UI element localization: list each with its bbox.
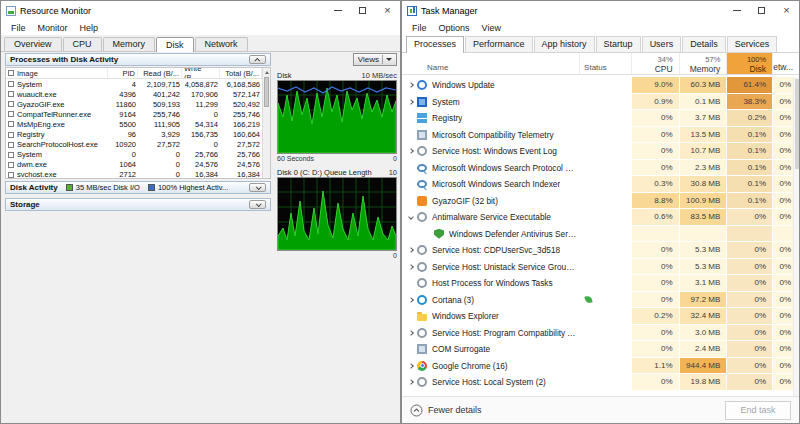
table-row[interactable]: System0025,76625,766 [6, 150, 262, 160]
row-checkbox[interactable] [8, 152, 14, 158]
close-button[interactable]: × [774, 1, 799, 20]
table-row[interactable]: CompatTelRunner.exe9164255,7460255,746 [6, 109, 262, 119]
tab-processes[interactable]: Processes [406, 36, 464, 53]
tab-memory[interactable]: Memory [103, 37, 156, 51]
task-row[interactable]: Microsoft Compatibility Telemetry0%13.5 … [402, 127, 799, 144]
menu-item-view[interactable]: View [476, 23, 507, 33]
task-row[interactable]: Windows Explorer0.2%32.4 MB0%0% [402, 308, 799, 325]
tab-performance[interactable]: Performance [465, 36, 533, 52]
task-row[interactable]: Google Chrome (16)1.1%944.4 MB0%0% [402, 358, 799, 375]
processes-section-header[interactable]: Processes with Disk Activity [5, 53, 271, 66]
tab-overview[interactable]: Overview [4, 37, 62, 51]
task-row[interactable]: Service Host: Program Compatibility Assi… [402, 325, 799, 342]
task-row[interactable]: Service Host: Windows Event Log0%10.7 MB… [402, 143, 799, 160]
menu-item-file[interactable]: File [5, 23, 32, 33]
tab-users[interactable]: Users [642, 36, 682, 52]
menu-item-monitor[interactable]: Monitor [32, 23, 74, 33]
task-row[interactable]: Antimalware Service Executable0.6%83.5 M… [402, 209, 799, 226]
task-row[interactable]: Host Process for Windows Tasks0%3.1 MB0%… [402, 275, 799, 292]
expand-right-icon[interactable] [405, 298, 416, 302]
table-row[interactable]: Registry963,929156,735160,664 [6, 129, 262, 139]
task-row[interactable]: GyazoGIF (32 bit)8.8%100.9 MB0.1%0% [402, 193, 799, 210]
table-row[interactable]: System42,109,7154,058,8726,168,586 [6, 79, 262, 89]
column-header-network[interactable]: Netw... [772, 53, 799, 74]
task-row[interactable]: Cortana (3)0%97.2 MB0%0% [402, 292, 799, 309]
end-task-button[interactable]: End task [725, 401, 791, 420]
expand-right-icon[interactable] [405, 248, 416, 252]
menu-item-help[interactable]: Help [74, 23, 105, 33]
minimize-button[interactable] [325, 1, 350, 20]
column-header-memory[interactable]: 57% Memory [679, 53, 727, 74]
column-header-image[interactable]: Image [6, 68, 108, 78]
minimize-button[interactable] [724, 1, 749, 20]
views-button[interactable]: Views [353, 53, 397, 66]
row-checkbox[interactable] [8, 142, 14, 148]
expand-right-icon[interactable] [405, 380, 416, 384]
disk-activity-section-header[interactable]: Disk Activity 35 MB/sec Disk I/O100% Hig… [5, 181, 271, 194]
expand-right-icon[interactable] [405, 149, 416, 153]
expand-right-icon[interactable] [405, 83, 416, 87]
close-button[interactable]: × [375, 1, 400, 20]
task-row[interactable]: Registry0%3.7 MB0.2%0% [402, 110, 799, 127]
collapse-button[interactable] [249, 183, 266, 192]
fewer-details-toggle[interactable]: Fewer details [410, 404, 482, 417]
row-checkbox[interactable] [8, 162, 14, 168]
expand-right-icon[interactable] [405, 265, 416, 269]
row-checkbox[interactable] [8, 91, 14, 97]
titlebar[interactable]: Task Manager × [402, 1, 799, 20]
tab-disk[interactable]: Disk [156, 37, 194, 52]
table-row[interactable]: wuauclt.exe4396401,242170,906572,147 [6, 89, 262, 99]
column-header-disk[interactable]: 100% Disk [726, 53, 772, 74]
tab-services[interactable]: Services [727, 36, 778, 52]
task-row[interactable]: COM Surrogate0%2.4 MB0%0% [402, 341, 799, 358]
row-checkbox[interactable] [8, 121, 14, 127]
tab-cpu[interactable]: CPU [63, 37, 102, 51]
scroll-up-icon[interactable] [263, 68, 270, 76]
table-row[interactable]: GyazoGIF.exe11860509,19311,299520,492 [6, 99, 262, 109]
row-checkbox[interactable] [8, 132, 14, 138]
select-all-checkbox[interactable] [8, 70, 14, 76]
task-row[interactable]: Microsoft Windows Search Protocol Host0%… [402, 160, 799, 177]
scrollbar[interactable] [262, 68, 270, 178]
maximize-button[interactable] [749, 1, 774, 20]
task-row[interactable]: Windows Update9.0%60.3 MB61.4%0% [402, 77, 799, 94]
column-header-name[interactable]: Name [402, 53, 579, 74]
task-row[interactable]: Service Host: Unistack Service Group (4)… [402, 259, 799, 276]
row-checkbox[interactable] [8, 172, 14, 178]
titlebar[interactable]: Resource Monitor × [1, 1, 400, 20]
task-row[interactable]: Service Host: CDPUserSvc_3d5180%5.3 MB0%… [402, 242, 799, 259]
tab-details[interactable]: Details [682, 36, 726, 52]
expand-right-icon[interactable] [405, 331, 416, 335]
expand-right-icon[interactable] [405, 364, 416, 368]
storage-section-header[interactable]: Storage [5, 198, 271, 211]
table-row[interactable]: dwm.exe1064024,57624,576 [6, 160, 262, 170]
column-header-pid[interactable]: PID [108, 68, 138, 78]
row-checkbox[interactable] [8, 111, 14, 117]
task-row[interactable]: Microsoft Windows Search Indexer0.3%30.8… [402, 176, 799, 193]
collapse-button[interactable] [249, 55, 266, 64]
table-row[interactable]: SearchProtocolHost.exe1092027,572027,572 [6, 140, 262, 150]
task-row[interactable]: Service Host: Local System (2)0%19.8 MB0… [402, 374, 799, 391]
maximize-button[interactable] [350, 1, 375, 20]
menu-item-file[interactable]: File [406, 23, 433, 33]
expand-down-icon[interactable] [405, 215, 416, 219]
scroll-thumb[interactable] [264, 77, 269, 107]
table-row[interactable]: MsMpEng.exe5500111,90554,314166,219 [6, 119, 262, 129]
menu-item-options[interactable]: Options [433, 23, 476, 33]
column-header-read-b[interactable]: Read (B/... [138, 68, 182, 78]
tab-startup[interactable]: Startup [596, 36, 641, 52]
collapse-button[interactable] [249, 200, 266, 209]
expand-right-icon[interactable] [405, 100, 416, 104]
table-row[interactable]: svchost.exe2712016,38416,384 [6, 170, 262, 179]
task-row[interactable]: Windows Defender Antivirus Service [402, 226, 799, 243]
tab-app-history[interactable]: App history [534, 36, 595, 52]
scrollbar[interactable] [793, 77, 799, 396]
column-header-total-b[interactable]: Total (B/... [220, 68, 262, 78]
scroll-thumb[interactable] [795, 79, 799, 169]
column-header-write-b[interactable]: Write (B... [182, 68, 220, 78]
row-checkbox[interactable] [8, 81, 14, 87]
tab-network[interactable]: Network [195, 37, 248, 51]
column-header-cpu[interactable]: 34% CPU [631, 53, 679, 74]
row-checkbox[interactable] [8, 101, 14, 107]
column-header-status[interactable]: Status [579, 53, 631, 74]
